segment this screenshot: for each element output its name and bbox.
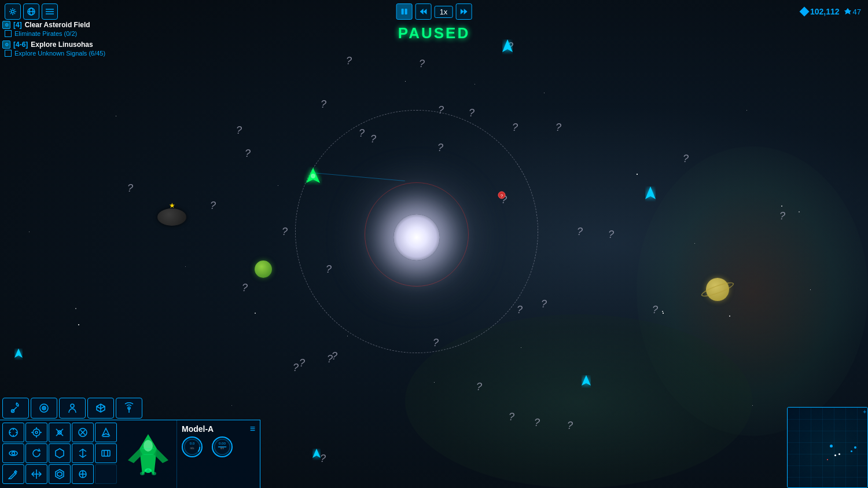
svg-marker-5 xyxy=(14,348,23,358)
svg-marker-19 xyxy=(424,9,427,14)
ship-info-area: Model-A ≡ 0.0 m/s xyxy=(177,420,260,488)
svg-text:?: ? xyxy=(501,193,503,199)
player-ship[interactable] xyxy=(304,167,322,188)
quest-item-1[interactable]: ⚙ [4] Clear Asteroid Field Eliminate Pir… xyxy=(2,21,118,37)
svg-point-36 xyxy=(35,431,38,434)
box-tool-btn[interactable] xyxy=(87,398,114,419)
resource-amount: 102,112 xyxy=(810,7,840,16)
ship-stats: 0.0 m/s 0.00 km xyxy=(182,436,255,457)
distance-circle: 0.00 km xyxy=(212,436,233,457)
blue-ship-2[interactable] xyxy=(645,186,656,204)
speed-circle: 0.0 m/s xyxy=(182,436,203,457)
quest-icon-1: ⚙ xyxy=(2,21,10,29)
ship-image-area xyxy=(119,420,177,488)
quest-icon-2: ⚙ xyxy=(2,41,10,49)
svg-text:0.0: 0.0 xyxy=(190,441,195,445)
cmd-mine[interactable] xyxy=(49,423,71,442)
svg-marker-65 xyxy=(154,449,168,463)
forward-button[interactable] xyxy=(455,3,472,20)
svg-point-69 xyxy=(152,472,156,475)
ship-name: Model-A xyxy=(182,424,214,434)
bottom-bar: Model-A ≡ 0.0 m/s xyxy=(0,419,868,488)
svg-point-24 xyxy=(12,410,14,413)
quest-checkbox-1[interactable] xyxy=(5,30,12,37)
distance-stat: 0.00 km xyxy=(212,436,233,457)
person-tool-btn[interactable] xyxy=(59,398,86,419)
cmd-edit[interactable] xyxy=(2,464,24,484)
planet-saturn[interactable] xyxy=(706,278,729,301)
svg-marker-64 xyxy=(128,449,142,463)
svg-text:km: km xyxy=(220,447,224,450)
svg-marker-4 xyxy=(582,375,591,386)
svg-point-67 xyxy=(145,468,152,473)
svg-point-9 xyxy=(12,10,14,13)
svg-marker-59 xyxy=(57,472,62,476)
primary-resource: 102,112 xyxy=(801,7,840,16)
pause-button[interactable] xyxy=(396,3,413,20)
diamond-icon xyxy=(799,7,809,17)
svg-text:m/s: m/s xyxy=(190,447,194,450)
svg-marker-3 xyxy=(645,186,656,199)
planet-green[interactable] xyxy=(255,260,272,278)
blue-ship-3[interactable] xyxy=(582,375,591,390)
quest-level-1: [4] xyxy=(13,21,22,29)
speed-stat: 0.0 m/s xyxy=(182,436,203,457)
blue-ship-1[interactable] xyxy=(502,39,513,57)
cmd-target2[interactable] xyxy=(72,464,94,484)
cmd-transfer[interactable] xyxy=(72,443,94,463)
svg-rect-18 xyxy=(405,9,407,14)
top-center-controls: 1x xyxy=(396,3,472,20)
menu-icon-btn[interactable] xyxy=(42,3,58,20)
ship-menu-button[interactable]: ≡ xyxy=(250,424,255,434)
top-right-resources: 102,112 47 xyxy=(794,5,868,19)
cmd-cancel[interactable] xyxy=(72,423,94,442)
rewind-button[interactable] xyxy=(415,3,432,20)
minimap[interactable]: + xyxy=(787,407,868,488)
cmd-target[interactable] xyxy=(25,423,47,442)
antenna-tool-btn[interactable] xyxy=(116,398,142,419)
tool-buttons-row xyxy=(0,397,145,420)
cmd-ship[interactable] xyxy=(95,423,117,442)
svg-marker-23 xyxy=(844,8,851,14)
svg-point-43 xyxy=(58,431,61,434)
quest-item-2[interactable]: ⚙ [4-6] Explore Linusohas Explore Unknow… xyxy=(2,41,118,57)
enemy-ship[interactable]: ? xyxy=(498,191,506,201)
ship-panel: Model-A ≡ 0.0 m/s xyxy=(0,420,260,488)
svg-marker-2 xyxy=(502,39,513,52)
quest-sub-2: Explore Unknown Signals (6/45) xyxy=(14,50,105,57)
svg-point-28 xyxy=(71,404,74,408)
svg-marker-21 xyxy=(460,9,464,14)
secondary-resource: 47 xyxy=(844,8,861,16)
quest-task-2: Explore Unknown Signals (6/45) xyxy=(5,50,118,57)
cmd-hex1[interactable] xyxy=(49,443,71,463)
blue-ship-4[interactable] xyxy=(14,348,23,362)
planet-small-dark[interactable]: ★ xyxy=(157,208,186,226)
svg-marker-22 xyxy=(464,9,467,14)
cmd-view[interactable] xyxy=(95,443,117,463)
quest-name-2: Explore Linusohas xyxy=(31,41,93,49)
quest-level-2: [4-6] xyxy=(13,41,28,49)
svg-rect-52 xyxy=(102,450,110,456)
ship-sprite xyxy=(125,431,171,478)
quest-checkbox-2[interactable] xyxy=(5,50,12,57)
quest-task-1: Eliminate Pirates (0/2) xyxy=(5,30,118,37)
globe-icon-btn[interactable] xyxy=(23,3,39,20)
ship-indicator-top xyxy=(429,0,439,3)
cmd-eye[interactable] xyxy=(2,443,24,463)
quest-name-1: Clear Asteroid Field xyxy=(25,21,90,29)
cmd-arrows[interactable] xyxy=(25,464,47,484)
quest-sub-1: Eliminate Pirates (0/2) xyxy=(14,30,77,37)
cmd-refresh[interactable] xyxy=(25,443,47,463)
paint-tool-btn[interactable] xyxy=(31,398,57,419)
svg-rect-17 xyxy=(402,9,404,14)
wrench-tool-btn[interactable] xyxy=(2,398,29,419)
cmd-empty xyxy=(95,464,117,484)
svg-point-68 xyxy=(140,472,145,475)
svg-point-66 xyxy=(144,440,153,452)
cmd-hex2[interactable] xyxy=(49,464,71,484)
speed-label: 1x xyxy=(435,6,453,18)
cmd-joystick[interactable] xyxy=(2,423,24,442)
settings-icon-btn[interactable] xyxy=(5,3,21,20)
secondary-amount: 47 xyxy=(853,8,861,16)
svg-point-49 xyxy=(12,452,15,455)
